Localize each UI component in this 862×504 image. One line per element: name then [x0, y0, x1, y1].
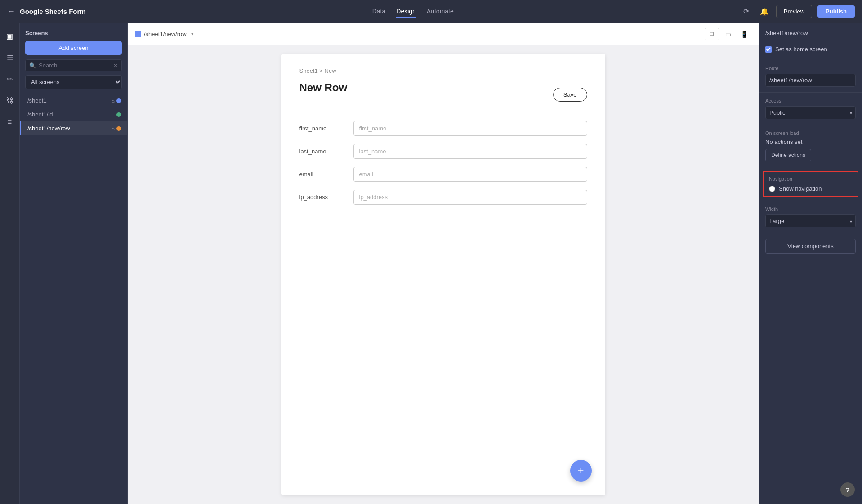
on-screen-load-section: On screen load No actions set Define act… — [759, 125, 862, 167]
form-row-email: email — [299, 167, 587, 182]
width-select-wrapper: Large Medium Small — [765, 214, 856, 227]
form-row-last-name: last_name — [299, 144, 587, 159]
page-preview: Sheet1 > New New Row Save first_name las… — [281, 54, 605, 495]
topbar-left: ← Google Sheets Form — [7, 7, 86, 16]
screen-item-sheet1-id[interactable]: /sheet1/id — [20, 107, 127, 121]
tab-data[interactable]: Data — [372, 6, 386, 18]
route-label: Route — [765, 66, 856, 71]
width-section: Width Large Medium Small — [759, 201, 862, 233]
canvas-content: Sheet1 > New New Row Save first_name las… — [128, 45, 759, 504]
access-label: Access — [765, 98, 856, 103]
breadcrumb: Sheet1 > New — [299, 67, 587, 74]
sidebar-icon-link[interactable]: ⛓ — [3, 94, 17, 108]
access-section: Access Public — [759, 93, 862, 125]
home-screen-section: Set as home screen — [759, 40, 862, 60]
page-title-row: New Row Save — [299, 81, 587, 107]
screen-dot — [116, 112, 121, 117]
form-label-email: email — [299, 171, 353, 178]
screen-list: /sheet1 ⌂ /sheet1/id /sheet1/new/row ⌂ — [20, 94, 127, 504]
form-row-first-name: first_name — [299, 121, 587, 136]
access-select[interactable]: Public — [765, 106, 856, 119]
on-screen-load-label: On screen load — [765, 130, 856, 136]
route-section: Route — [759, 60, 862, 93]
clear-icon[interactable]: ✕ — [113, 62, 118, 69]
form-input-email[interactable] — [353, 167, 587, 182]
search-box: 🔍 ✕ — [25, 59, 122, 71]
form-label-ip-address: ip_address — [299, 194, 353, 201]
chevron-down-icon: ▾ — [191, 31, 194, 37]
screen-item-sheet1-new-row[interactable]: /sheet1/new/row ⌂ — [20, 121, 127, 135]
search-input[interactable] — [39, 62, 111, 69]
icon-sidebar: ▣ ☰ ✏ ⛓ ≡ — [0, 23, 20, 504]
back-button[interactable]: ← — [7, 7, 15, 16]
search-icon: 🔍 — [29, 62, 36, 69]
form-input-first-name[interactable] — [353, 121, 587, 136]
form-row-ip-address: ip_address — [299, 190, 587, 205]
screen-item-sheet1[interactable]: /sheet1 ⌂ — [20, 94, 127, 107]
canvas-path-text: /sheet1/new/row — [144, 31, 187, 37]
show-navigation-radio[interactable] — [769, 186, 775, 192]
filter-select[interactable]: All screens — [25, 75, 122, 89]
sidebar-icon-screens[interactable]: ▣ — [3, 29, 17, 43]
route-input[interactable] — [765, 74, 856, 87]
width-select[interactable]: Large Medium Small — [765, 214, 856, 227]
navigation-section: Navigation Show navigation — [763, 171, 858, 197]
no-actions-text: No actions set — [765, 138, 856, 145]
app-title: Google Sheets Form — [20, 8, 86, 15]
add-screen-button[interactable]: Add screen — [25, 41, 122, 55]
save-button[interactable]: Save — [553, 88, 587, 102]
home-icon: ⌂ — [112, 126, 115, 131]
form-input-ip-address[interactable] — [353, 190, 587, 205]
form-label-last-name: last_name — [299, 148, 353, 155]
right-panel-header: /sheet1/new/row — [759, 23, 862, 40]
navigation-label: Navigation — [769, 176, 852, 182]
page-title: New Row — [299, 81, 553, 94]
path-icon — [135, 31, 141, 37]
canvas-topbar: /sheet1/new/row ▾ 🖥 ▭ 📱 — [128, 23, 759, 45]
mobile-view-button[interactable]: 📱 — [737, 28, 751, 40]
topbar: ← Google Sheets Form Data Design Automat… — [0, 0, 862, 23]
desktop-view-button[interactable]: 🖥 — [705, 28, 719, 40]
preview-button[interactable]: Preview — [776, 5, 812, 18]
home-screen-checkbox[interactable] — [765, 46, 772, 53]
define-actions-button[interactable]: Define actions — [765, 149, 811, 161]
topbar-tabs: Data Design Automate — [372, 6, 454, 18]
history-icon[interactable]: ⟳ — [740, 5, 753, 18]
main: ▣ ☰ ✏ ⛓ ≡ Screens Add screen 🔍 ✕ All scr… — [0, 23, 862, 504]
notification-icon[interactable]: 🔔 — [758, 5, 771, 18]
tab-automate[interactable]: Automate — [427, 6, 454, 18]
help-button[interactable]: ? — [840, 482, 855, 497]
view-components-button[interactable]: View components — [765, 239, 856, 254]
tab-design[interactable]: Design — [396, 6, 416, 18]
show-navigation-label: Show navigation — [779, 185, 822, 192]
form-input-last-name[interactable] — [353, 144, 587, 159]
tablet-view-button[interactable]: ▭ — [721, 28, 735, 40]
topbar-right: ⟳ 🔔 Preview Publish — [740, 5, 855, 18]
home-icon: ⌂ — [112, 98, 115, 103]
canvas-area: /sheet1/new/row ▾ 🖥 ▭ 📱 Sheet1 > New New… — [128, 23, 759, 504]
sidebar-icon-theme[interactable]: ✏ — [3, 72, 17, 86]
home-screen-row: Set as home screen — [765, 46, 856, 53]
screen-dot — [116, 126, 121, 131]
width-label: Width — [765, 206, 856, 212]
form-label-first-name: first_name — [299, 125, 353, 132]
right-panel: /sheet1/new/row Set as home screen Route… — [759, 23, 862, 504]
screen-filter: All screens — [25, 75, 122, 89]
left-panel: Screens Add screen 🔍 ✕ All screens /shee… — [20, 23, 128, 504]
screen-dot — [116, 98, 121, 103]
publish-button[interactable]: Publish — [817, 5, 855, 18]
screens-header: Screens — [20, 23, 127, 41]
sidebar-icon-layers[interactable]: ☰ — [3, 50, 17, 65]
navigation-radio-row: Show navigation — [769, 185, 852, 192]
sidebar-icon-list[interactable]: ≡ — [3, 115, 17, 129]
home-screen-label: Set as home screen — [775, 46, 827, 53]
fab-button[interactable]: + — [570, 460, 592, 482]
view-controls: 🖥 ▭ 📱 — [705, 28, 751, 40]
canvas-path: /sheet1/new/row ▾ — [135, 31, 194, 37]
access-select-wrapper: Public — [765, 106, 856, 119]
